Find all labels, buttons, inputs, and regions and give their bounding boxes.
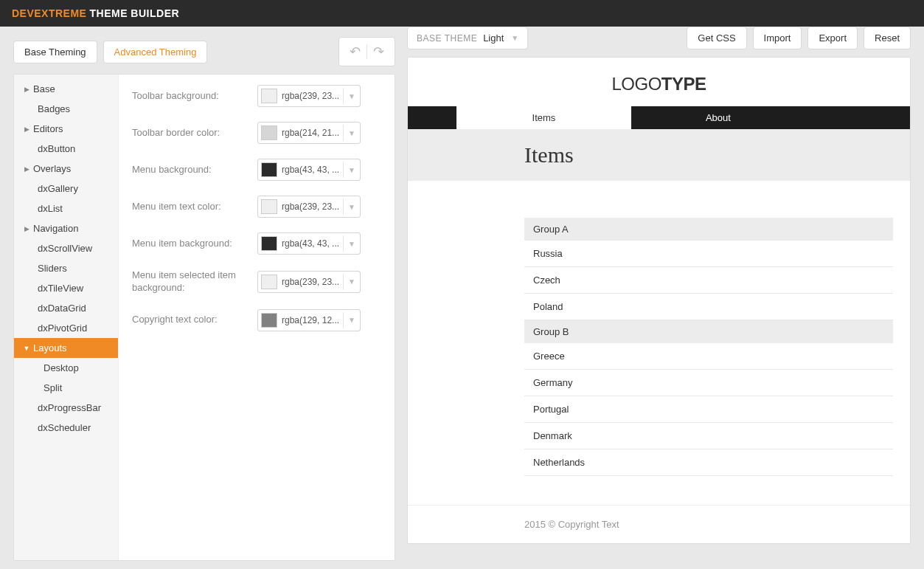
prop-label: Menu background: — [132, 164, 257, 176]
sidebar-item-sliders[interactable]: Sliders — [14, 258, 118, 278]
brand-devextreme: DEVEXTREME — [12, 7, 86, 19]
undo-icon[interactable]: ↶ — [345, 41, 365, 63]
color-picker[interactable]: rgba(129, 12... ▼ — [257, 309, 361, 331]
sidebar-item-split[interactable]: Split — [14, 378, 118, 398]
prop-label: Toolbar border color: — [132, 127, 257, 139]
sidebar-label: Navigation — [33, 223, 78, 234]
chevron-down-icon: ▼ — [511, 34, 518, 42]
sidebar-label: dxPivotGrid — [38, 323, 87, 334]
chevron-down-icon: ▼ — [343, 199, 355, 215]
logo-part2: TYPE — [661, 74, 706, 94]
color-value: rgba(43, 43, ... — [282, 165, 340, 175]
chevron-down-icon: ▼ — [343, 235, 355, 252]
prop-menu-background: Menu background: rgba(43, 43, ... ▼ — [132, 159, 381, 181]
base-theme-select[interactable]: BASE THEME Light ▼ — [407, 27, 528, 49]
list-item[interactable]: Denmark — [524, 423, 893, 449]
workspace: Base Theming Advanced Theming ↶ ↷ ▶Base … — [0, 27, 924, 561]
sidebar-label: dxScrollView — [38, 243, 92, 254]
reset-button[interactable]: Reset — [864, 27, 911, 49]
sidebar-label: Split — [44, 382, 62, 393]
divider — [367, 44, 367, 59]
color-value: rgba(43, 43, ... — [282, 238, 340, 249]
export-button[interactable]: Export — [807, 27, 858, 49]
sidebar-item-overlays[interactable]: ▶Overlays — [14, 159, 118, 179]
color-value: rgba(239, 23... — [282, 91, 340, 101]
sidebar-item-dxscrollview[interactable]: dxScrollView — [14, 238, 118, 258]
sidebar-item-base[interactable]: ▶Base — [14, 79, 118, 99]
prop-toolbar-background: Toolbar background: rgba(239, 23... ▼ — [132, 85, 381, 107]
sidebar-label: Overlays — [33, 163, 71, 174]
list-item[interactable]: Germany — [524, 370, 893, 396]
import-button[interactable]: Import — [753, 27, 802, 49]
prop-label: Copyright text color: — [132, 314, 257, 326]
sidebar-item-dxlist[interactable]: dxList — [14, 199, 118, 218]
sidebar-item-dxpivotgrid[interactable]: dxPivotGrid — [14, 318, 118, 338]
color-picker[interactable]: rgba(239, 23... ▼ — [257, 196, 361, 218]
sidebar-item-badges[interactable]: Badges — [14, 99, 118, 119]
list-item[interactable]: Netherlands — [524, 449, 893, 476]
chevron-down-icon: ▼ — [343, 312, 355, 328]
base-theme-value: Light — [483, 32, 504, 44]
chevron-down-icon: ▼ — [343, 274, 355, 290]
list-item[interactable]: Greece — [524, 343, 893, 370]
base-theming-button[interactable]: Base Theming — [13, 41, 97, 63]
color-swatch — [261, 199, 277, 214]
list-item[interactable]: Czech — [524, 267, 893, 294]
color-swatch — [261, 236, 277, 251]
redo-icon[interactable]: ↷ — [369, 41, 389, 63]
sidebar-item-navigation[interactable]: ▶Navigation — [14, 218, 118, 238]
chevron-down-icon: ▼ — [343, 88, 355, 104]
list-item[interactable]: Russia — [524, 241, 893, 267]
tab-right-spacer — [805, 106, 910, 129]
color-swatch — [261, 125, 277, 140]
sidebar-label: Editors — [33, 123, 63, 134]
sidebar: ▶Base Badges ▶Editors dxButton ▶Overlays… — [14, 75, 119, 560]
prop-menu-item-selected-background: Menu item selected item background: rgba… — [132, 269, 381, 294]
sidebar-item-dxdatagrid[interactable]: dxDataGrid — [14, 298, 118, 318]
app-header: DEVEXTREME THEME BUILDER — [0, 0, 924, 27]
sidebar-item-layouts[interactable]: ▼Layouts — [14, 338, 118, 358]
preview-panel: LOGOTYPE Items About Items Group A Russi… — [407, 57, 911, 544]
sidebar-label: dxScheduler — [38, 422, 91, 433]
prop-label: Menu item text color: — [132, 201, 257, 213]
sidebar-item-dxtileview[interactable]: dxTileView — [14, 278, 118, 298]
preview-tabs: Items About — [408, 106, 910, 129]
chevron-right-icon: ▶ — [23, 86, 30, 93]
logo: LOGOTYPE — [408, 58, 910, 106]
sidebar-item-dxscheduler[interactable]: dxScheduler — [14, 418, 118, 438]
sidebar-item-dxbutton[interactable]: dxButton — [14, 139, 118, 159]
prop-label: Toolbar background: — [132, 90, 257, 103]
tab-items[interactable]: Items — [456, 106, 631, 129]
chevron-down-icon: ▼ — [23, 345, 30, 352]
color-picker[interactable]: rgba(239, 23... ▼ — [257, 271, 361, 293]
sidebar-item-editors[interactable]: ▶Editors — [14, 119, 118, 139]
prop-menu-item-text: Menu item text color: rgba(239, 23... ▼ — [132, 196, 381, 218]
list-item[interactable]: Poland — [524, 294, 893, 320]
color-picker[interactable]: rgba(43, 43, ... ▼ — [257, 159, 361, 181]
color-value: rgba(239, 23... — [282, 201, 340, 212]
sidebar-label: dxProgressBar — [38, 402, 101, 413]
prop-toolbar-border: Toolbar border color: rgba(214, 21... ▼ — [132, 122, 381, 144]
get-css-button[interactable]: Get CSS — [687, 27, 746, 49]
brand-themebuilder: THEME BUILDER — [89, 7, 179, 19]
sidebar-label: Base — [33, 83, 55, 94]
sidebar-item-dxprogressbar[interactable]: dxProgressBar — [14, 398, 118, 418]
advanced-theming-button[interactable]: Advanced Theming — [103, 41, 208, 63]
preview-content: LOGOTYPE Items About Items Group A Russi… — [408, 58, 910, 543]
color-picker[interactable]: rgba(214, 21... ▼ — [257, 122, 361, 144]
list-group-header: Group B — [524, 320, 893, 343]
sidebar-label: Sliders — [38, 263, 67, 274]
color-picker[interactable]: rgba(43, 43, ... ▼ — [257, 232, 361, 255]
color-value: rgba(239, 23... — [282, 277, 340, 287]
page-title: Items — [524, 142, 910, 168]
sidebar-item-desktop[interactable]: Desktop — [14, 358, 118, 378]
sidebar-item-dxgallery[interactable]: dxGallery — [14, 179, 118, 199]
list-item[interactable]: Portugal — [524, 396, 893, 423]
base-theme-label: BASE THEME — [417, 33, 477, 44]
chevron-right-icon: ▶ — [23, 125, 30, 133]
color-picker[interactable]: rgba(239, 23... ▼ — [257, 85, 361, 107]
chevron-right-icon: ▶ — [23, 225, 30, 232]
history-group: ↶ ↷ — [338, 37, 395, 66]
tab-about[interactable]: About — [631, 106, 805, 129]
prop-label: Menu item selected item background: — [132, 269, 257, 294]
